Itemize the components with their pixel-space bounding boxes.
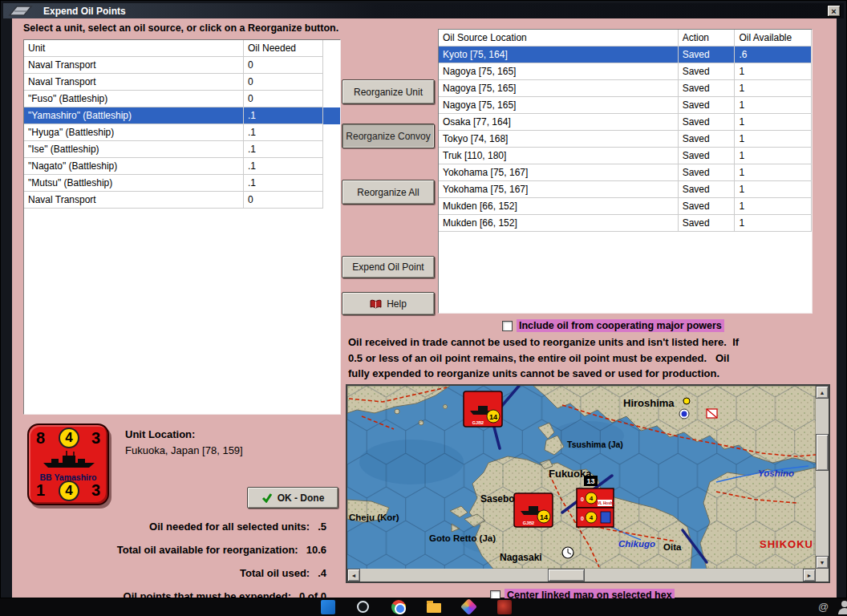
at-symbol-tray-icon[interactable]: @ [818, 601, 829, 613]
close-button[interactable]: × [827, 5, 841, 17]
scroll-right-arrow[interactable]: ► [803, 569, 816, 582]
unit-oil: 0 [244, 192, 323, 209]
source-action: Saved [679, 131, 736, 148]
map-counter-ship-2[interactable]: 0 4 [577, 508, 614, 527]
unit-name: "Fuso" (Battleship) [24, 91, 244, 107]
oil-source-row[interactable]: Yokohama [75, 167] Saved 1 [439, 164, 812, 181]
unit-row[interactable]: Naval Transport 0 [24, 57, 340, 74]
titlebar[interactable]: Expend Oil Points × [3, 3, 844, 18]
map-label-hiroshima: Hiroshima [623, 397, 675, 409]
unit-row[interactable]: "Fuso" (Battleship) 0 [24, 91, 340, 107]
port-roundel-center [682, 411, 687, 417]
map-counter-air-2[interactable]: 14 GJB2 [514, 493, 553, 527]
scroll-left-arrow[interactable]: ◄ [347, 569, 360, 582]
unit-row[interactable]: "Mutsu" (Battleship) .1 [24, 175, 340, 192]
counter-top-right: 3 [91, 429, 100, 448]
window-title: Expend Oil Points [43, 6, 126, 17]
source-available: 1 [735, 114, 812, 131]
source-location: Nagoya [75, 165] [439, 63, 679, 80]
map-label-tsushima: Tsushima (Ja) [567, 440, 623, 449]
svg-text:14: 14 [489, 413, 497, 421]
source-available: 1 [735, 215, 812, 232]
unit-row[interactable]: "Ise" (Battleship) .1 [24, 141, 340, 158]
map-horizontal-scrollbar[interactable]: ◄ ► [347, 569, 816, 582]
unit-location-value: Fukuoka, Japan [78, 159] [125, 444, 243, 456]
oil-source-row[interactable]: Nagoya [75, 165] Saved 1 [439, 63, 812, 80]
counter-top-mid: 4 [59, 428, 79, 448]
map-label-cheju: Cheju (Kor) [349, 513, 399, 522]
include-oil-checkbox[interactable] [502, 321, 513, 331]
counter-bottom-left: 1 [36, 481, 45, 500]
vertical-scroll-thumb[interactable] [816, 434, 829, 471]
svg-text:4: 4 [590, 514, 594, 521]
reorganize-convoy-button[interactable]: Reorganize Convoy [342, 124, 435, 148]
help-button[interactable]: Help [342, 292, 435, 315]
map-counter-air-1[interactable]: 14 GJB2 [464, 391, 502, 427]
map-vertical-scrollbar[interactable]: ▲ ▼ [816, 386, 829, 569]
include-oil-label[interactable]: Include oil from cooperating major power… [517, 319, 724, 332]
unit-row[interactable]: "Hyuga" (Battleship) .1 [24, 124, 340, 141]
source-location: Tokyo [74, 168] [439, 131, 679, 148]
oil-source-row[interactable]: Tokyo [74, 168] Saved 1 [439, 131, 812, 148]
map-label-goto-retto: Goto Retto (Ja) [429, 533, 496, 543]
source-action: Saved [679, 148, 736, 164]
oil-source-row[interactable]: Mukden [66, 152] Saved 1 [439, 215, 812, 232]
file-explorer-icon[interactable] [427, 603, 441, 613]
oil-source-row[interactable]: Yokohama [75, 167] Saved 1 [439, 181, 812, 198]
source-location: Kyoto [75, 164] [439, 47, 679, 63]
app-icon [8, 5, 34, 18]
unit-row[interactable]: Naval Transport 0 [24, 74, 340, 91]
source-available: 1 [735, 181, 812, 198]
oil-sources-list: Oil Source Location Action Oil Available… [438, 29, 813, 314]
svg-text:0: 0 [581, 496, 584, 502]
map-label-yoshino: Yoshino [758, 468, 794, 478]
oil-source-row[interactable]: Nagoya [75, 165] Saved 1 [439, 97, 812, 114]
unit-name: "Mutsu" (Battleship) [24, 175, 244, 192]
unit-oil: .1 [244, 141, 323, 158]
unit-name: Naval Transport [24, 74, 244, 91]
svg-text:CVL Hosho: CVL Hosho [595, 501, 615, 505]
unit-row[interactable]: "Nagato" (Battleship) .1 [24, 158, 340, 175]
oil-source-row[interactable]: Nagoya [75, 165] Saved 1 [439, 80, 812, 97]
source-location: Truk [110, 180] [439, 148, 679, 164]
expend-oil-point-button[interactable]: Expend Oil Point [342, 256, 435, 278]
svg-text:0: 0 [581, 516, 584, 521]
unit-name: "Nagato" (Battleship) [24, 158, 244, 175]
unit-row-selected[interactable]: "Yamashiro" (Battleship) .1 [24, 107, 340, 124]
svg-text:GJB2: GJB2 [523, 521, 534, 525]
sources-header-action: Action [679, 30, 736, 47]
help-button-label: Help [387, 298, 407, 310]
source-location: Nagoya [75, 165] [439, 97, 679, 114]
unit-oil: 0 [244, 57, 323, 74]
source-action: Saved [679, 97, 736, 114]
map-viewport[interactable]: 14 GJB2 14 GJB2 [347, 386, 816, 569]
svg-text:GJB2: GJB2 [472, 420, 484, 425]
people-tray-icon[interactable] [837, 600, 847, 614]
scroll-up-arrow[interactable]: ▲ [816, 386, 829, 399]
counter-bottom-right: 3 [91, 481, 100, 500]
cortana-icon[interactable] [357, 601, 369, 613]
taskbar-game-icon-2[interactable] [497, 600, 512, 614]
oil-source-row[interactable]: Mukden [66, 152] Saved 1 [439, 198, 812, 215]
stat-oil-needed: Oil needed for all selected units:.5 [12, 521, 326, 533]
oil-source-row[interactable]: Truk [110, 180] Saved 1 [439, 148, 812, 164]
reorganize-all-button[interactable]: Reorganize All [342, 180, 435, 205]
reorganize-unit-button[interactable]: Reorganize Unit [342, 79, 435, 104]
stat-total-used: Total oil used:.4 [12, 567, 326, 579]
horizontal-scroll-thumb[interactable] [548, 569, 585, 582]
unit-oil: 0 [244, 91, 323, 107]
oil-source-row-selected[interactable]: Kyoto [75, 164] Saved .6 [439, 47, 812, 63]
unit-row[interactable]: Naval Transport 0 [24, 192, 340, 209]
ok-done-button[interactable]: OK - Done [247, 487, 338, 509]
stat-total-available: Total oil available for reorganization:1… [12, 544, 326, 556]
taskbar-app-icon[interactable] [321, 600, 335, 614]
unit-location-label: Unit Location: [125, 428, 195, 440]
taskbar-game-icon-1[interactable] [460, 598, 477, 615]
unit-name: "Yamashiro" (Battleship) [24, 107, 244, 124]
oil-source-row[interactable]: Osaka [77, 164] Saved 1 [439, 114, 812, 131]
chrome-icon[interactable] [391, 600, 406, 614]
source-available: 1 [735, 63, 812, 80]
map-counter-ship-1[interactable]: 0 4 CVL Hosho [577, 488, 615, 508]
map-label-sasebo: Sasebo [480, 493, 515, 505]
scroll-down-arrow[interactable]: ▼ [816, 556, 829, 569]
